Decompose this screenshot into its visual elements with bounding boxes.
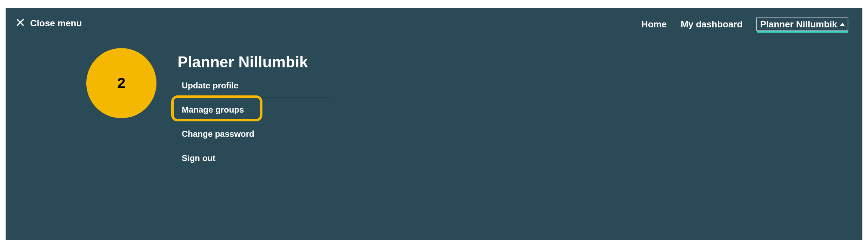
close-icon xyxy=(15,18,25,29)
nav-user-dropdown[interactable]: Planner Nillumbik xyxy=(756,18,848,31)
menu-item-manage-groups[interactable]: Manage groups xyxy=(178,98,332,122)
close-menu-label: Close menu xyxy=(30,18,82,29)
step-badge: 2 xyxy=(86,48,156,118)
step-badge-number: 2 xyxy=(117,75,125,92)
menu-item-update-profile[interactable]: Update profile xyxy=(178,81,332,98)
menu-panel: Close menu Home My dashboard Planner Nil… xyxy=(6,8,862,240)
section-title: Planner Nillumbik xyxy=(178,53,332,71)
top-nav: Home My dashboard Planner Nillumbik xyxy=(641,18,848,31)
close-menu-button[interactable]: Close menu xyxy=(15,18,82,29)
nav-dropdown-label: Planner Nillumbik xyxy=(760,19,837,30)
menu-item-sign-out[interactable]: Sign out xyxy=(178,146,332,170)
nav-home[interactable]: Home xyxy=(641,19,667,30)
nav-my-dashboard[interactable]: My dashboard xyxy=(681,19,742,30)
menu-item-change-password[interactable]: Change password xyxy=(178,122,332,146)
account-menu-section: Planner Nillumbik Update profile Manage … xyxy=(178,53,332,170)
chevron-up-icon xyxy=(840,23,845,26)
menu-list: Update profile Manage groups Change pass… xyxy=(178,81,332,170)
